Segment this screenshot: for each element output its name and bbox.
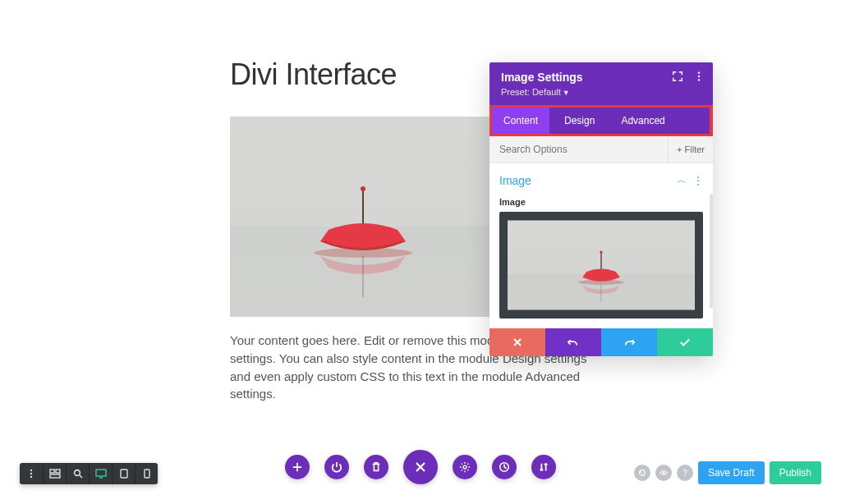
trash-button[interactable]	[364, 455, 388, 479]
add-button[interactable]	[285, 455, 310, 479]
publish-area: ? Save Draft Publish	[634, 461, 821, 484]
tab-design[interactable]: Design	[549, 108, 609, 134]
search-row: + Filter	[489, 136, 713, 163]
confirm-button[interactable]	[657, 328, 713, 356]
svg-point-7	[698, 79, 700, 80]
tab-advanced[interactable]: Advanced	[609, 108, 676, 134]
svg-point-25	[663, 472, 664, 474]
svg-point-13	[463, 465, 466, 469]
power-button[interactable]	[324, 455, 349, 479]
history-button[interactable]	[492, 455, 517, 479]
discard-button[interactable]	[489, 328, 545, 356]
kebab-icon[interactable]	[20, 463, 43, 484]
search-input[interactable]	[489, 136, 668, 163]
zoom-button[interactable]	[66, 463, 89, 484]
builder-toolbar	[285, 450, 556, 484]
chevron-down-icon: ▼	[563, 89, 570, 97]
field-label-image: Image	[489, 192, 713, 212]
svg-point-2	[361, 186, 365, 191]
svg-rect-22	[96, 470, 106, 476]
redo-button[interactable]	[601, 328, 657, 356]
svg-point-17	[30, 476, 32, 478]
svg-rect-18	[50, 470, 54, 473]
svg-rect-20	[50, 474, 60, 478]
sort-button[interactable]	[531, 455, 556, 479]
eye-icon[interactable]	[655, 465, 672, 481]
kebab-icon[interactable]: ⋮	[693, 175, 703, 186]
umbrella-illustration	[230, 117, 496, 317]
filter-button[interactable]: + Filter	[668, 136, 713, 163]
panel-header[interactable]: Image Settings Preset: Default▼	[489, 62, 713, 105]
builder-canvas: Divi Interface	[0, 0, 841, 504]
viewport-bar	[20, 463, 158, 484]
svg-point-15	[30, 470, 32, 471]
expand-icon[interactable]	[672, 71, 683, 82]
section-header[interactable]: Image ︿ ⋮	[489, 163, 713, 192]
panel-action-bar	[489, 328, 713, 356]
help-icon[interactable]: ?	[677, 465, 693, 481]
wireframe-view-button[interactable]	[43, 463, 66, 484]
scrollbar[interactable]	[710, 194, 713, 309]
phone-view-button[interactable]	[135, 463, 158, 484]
svg-point-6	[698, 76, 700, 77]
desktop-view-button[interactable]	[89, 463, 112, 484]
hero-image-module[interactable]	[230, 117, 496, 317]
svg-rect-19	[56, 470, 60, 473]
image-settings-panel: Image Settings Preset: Default▼ Content …	[489, 62, 713, 356]
svg-rect-23	[121, 470, 127, 478]
tablet-view-button[interactable]	[112, 463, 135, 484]
plus-icon: +	[677, 144, 682, 154]
publish-button[interactable]: Publish	[770, 461, 821, 484]
page-title: Divi Interface	[230, 57, 397, 92]
section-title: Image	[499, 174, 531, 187]
undo-button[interactable]	[545, 328, 601, 356]
svg-point-10	[600, 251, 602, 254]
svg-rect-24	[145, 470, 149, 478]
settings-button[interactable]	[453, 455, 477, 479]
tab-content[interactable]: Content	[492, 108, 549, 134]
preset-selector[interactable]: Preset: Default▼	[501, 87, 701, 97]
svg-point-21	[74, 470, 80, 476]
history-icon[interactable]	[634, 465, 650, 481]
panel-tabs-highlight: Content Design Advanced	[489, 105, 713, 136]
svg-point-16	[30, 473, 32, 474]
kebab-icon[interactable]	[693, 71, 705, 82]
chevron-up-icon[interactable]: ︿	[677, 173, 687, 187]
image-preview[interactable]	[499, 212, 703, 318]
save-draft-button[interactable]: Save Draft	[698, 461, 765, 484]
close-builder-button[interactable]	[403, 450, 438, 484]
svg-point-5	[698, 71, 700, 73]
